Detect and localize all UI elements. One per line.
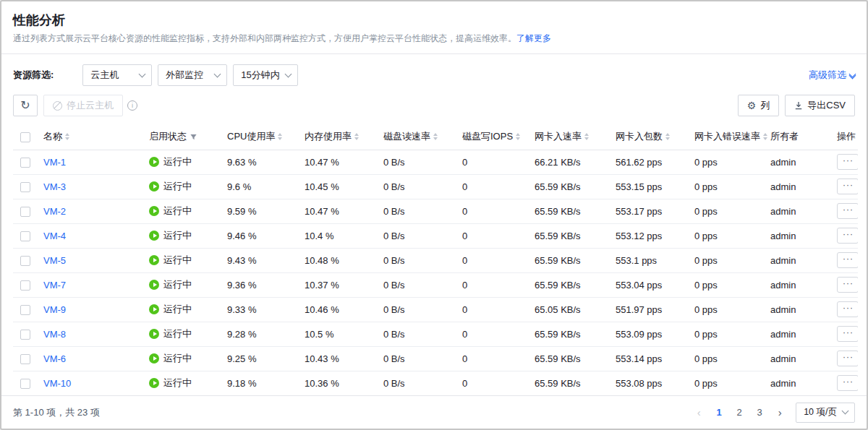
column-header-net-in-packets[interactable]: 网卡入包数 bbox=[616, 124, 694, 150]
memory-usage-cell: 10.5 % bbox=[305, 322, 383, 346]
sort-icon[interactable] bbox=[516, 133, 520, 140]
table-row: VM-4运行中9.46 %10.4 %0 B/s065.59 KB/s553.1… bbox=[13, 223, 858, 248]
prev-page-button[interactable]: ‹ bbox=[690, 404, 707, 421]
checkbox-cell bbox=[13, 150, 43, 174]
row-actions-button[interactable]: ··· bbox=[837, 351, 858, 366]
vm-name-cell: VM-10 bbox=[43, 371, 149, 395]
row-checkbox[interactable] bbox=[20, 256, 30, 266]
export-csv-button[interactable]: 导出CSV bbox=[785, 95, 855, 116]
row-actions-button[interactable]: ··· bbox=[837, 154, 858, 170]
memory-usage-cell: 10.47 % bbox=[305, 150, 383, 174]
row-actions-button[interactable]: ··· bbox=[837, 301, 858, 317]
resource-type-value: 云主机 bbox=[90, 69, 119, 82]
net-in-error-rate-cell: 0 pps bbox=[694, 199, 770, 223]
net-in-packets-cell: 553.08 pps bbox=[616, 371, 694, 395]
status-label: 运行中 bbox=[163, 180, 192, 193]
row-actions-button[interactable]: ··· bbox=[837, 277, 858, 293]
next-page-button[interactable]: › bbox=[771, 404, 788, 421]
vm-name-link[interactable]: VM-3 bbox=[43, 181, 66, 192]
row-checkbox[interactable] bbox=[20, 280, 30, 291]
page-number-3[interactable]: 3 bbox=[751, 404, 768, 421]
row-checkbox[interactable] bbox=[20, 182, 30, 192]
row-actions-button[interactable]: ··· bbox=[837, 228, 858, 244]
column-header-status[interactable]: 启用状态 bbox=[149, 124, 227, 150]
page-number-2[interactable]: 2 bbox=[731, 404, 748, 421]
time-range-select[interactable]: 15分钟内 bbox=[233, 64, 298, 86]
vm-name-link[interactable]: VM-6 bbox=[43, 353, 66, 364]
toolbar: ↻ 停止云主机 i ⚙ 列 导出CSV bbox=[1, 95, 867, 116]
page-footer: 第 1-10 项，共 23 项 ‹ 123 › 10 项/页 bbox=[1, 395, 867, 429]
column-label: CPU使用率 bbox=[227, 130, 275, 143]
row-checkbox[interactable] bbox=[20, 207, 30, 217]
vm-name-link[interactable]: VM-1 bbox=[43, 157, 66, 168]
row-checkbox[interactable] bbox=[20, 231, 30, 241]
memory-usage-cell: 10.37 % bbox=[305, 272, 383, 297]
vm-name-link[interactable]: VM-9 bbox=[43, 304, 66, 315]
net-in-packets-cell: 553.14 pps bbox=[616, 346, 694, 371]
sort-icon[interactable] bbox=[354, 133, 359, 140]
sort-icon[interactable] bbox=[433, 133, 438, 140]
double-chevron-down-icon bbox=[850, 72, 855, 78]
columns-button[interactable]: ⚙ 列 bbox=[738, 95, 780, 116]
advanced-filter-link[interactable]: 高级筛选 bbox=[809, 69, 855, 82]
page-size-select[interactable]: 10 项/页 bbox=[796, 403, 855, 423]
net-in-rate-cell: 65.59 KB/s bbox=[535, 371, 616, 395]
row-checkbox[interactable] bbox=[20, 354, 30, 364]
refresh-button[interactable]: ↻ bbox=[13, 95, 38, 116]
owner-cell: admin bbox=[770, 223, 837, 248]
monitor-type-select[interactable]: 外部监控 bbox=[158, 64, 227, 86]
vm-name-link[interactable]: VM-7 bbox=[43, 280, 66, 291]
status-label: 运行中 bbox=[163, 205, 192, 218]
column-header-net-in-rate[interactable]: 网卡入速率 bbox=[535, 124, 616, 150]
sort-icon[interactable] bbox=[665, 133, 670, 140]
column-header-disk-read[interactable]: 磁盘读速率 bbox=[383, 124, 462, 150]
row-actions-button[interactable]: ··· bbox=[837, 203, 858, 219]
vm-name-link[interactable]: VM-2 bbox=[43, 206, 66, 217]
row-actions-button[interactable]: ··· bbox=[837, 179, 858, 194]
cpu-usage-cell: 9.28 % bbox=[227, 322, 305, 346]
row-checkbox[interactable] bbox=[20, 330, 30, 340]
status-cell: 运行中 bbox=[149, 248, 227, 272]
row-checkbox[interactable] bbox=[20, 158, 30, 168]
status-label: 运行中 bbox=[163, 303, 192, 316]
select-all-checkbox[interactable] bbox=[20, 132, 30, 142]
column-header-actions: 操作 bbox=[837, 124, 858, 150]
learn-more-link[interactable]: 了解更多 bbox=[516, 33, 551, 43]
info-icon[interactable]: i bbox=[127, 100, 137, 111]
vm-name-link[interactable]: VM-10 bbox=[43, 378, 71, 389]
page-size-value: 10 项/页 bbox=[804, 406, 837, 418]
net-in-error-rate-cell: 0 pps bbox=[694, 346, 770, 371]
memory-usage-cell: 10.48 % bbox=[305, 248, 383, 272]
row-actions-button[interactable]: ··· bbox=[837, 375, 858, 391]
disk-read-rate-cell: 0 B/s bbox=[383, 322, 462, 346]
sort-icon[interactable] bbox=[763, 133, 767, 140]
disk-read-rate-cell: 0 B/s bbox=[383, 297, 462, 322]
sort-icon[interactable] bbox=[584, 133, 589, 140]
net-in-error-rate-cell: 0 pps bbox=[694, 322, 770, 346]
owner-cell: admin bbox=[770, 322, 837, 346]
vm-name-link[interactable]: VM-5 bbox=[43, 255, 66, 266]
row-actions-button[interactable]: ··· bbox=[837, 326, 858, 342]
sort-icon[interactable] bbox=[65, 133, 69, 140]
stop-vm-button[interactable]: 停止云主机 bbox=[43, 95, 123, 116]
sort-icon[interactable] bbox=[278, 133, 282, 140]
vm-name-link[interactable]: VM-8 bbox=[43, 329, 66, 340]
column-header-name[interactable]: 名称 bbox=[43, 124, 149, 150]
row-checkbox[interactable] bbox=[20, 379, 30, 389]
row-checkbox[interactable] bbox=[20, 305, 30, 315]
column-label: 网卡入包数 bbox=[616, 130, 663, 143]
page-number-1[interactable]: 1 bbox=[710, 404, 728, 421]
net-in-packets-cell: 553.17 pps bbox=[616, 199, 694, 223]
filter-icon[interactable] bbox=[190, 133, 197, 141]
net-in-error-rate-cell: 0 pps bbox=[694, 297, 770, 322]
column-header-cpu[interactable]: CPU使用率 bbox=[227, 124, 305, 150]
disk-read-rate-cell: 0 B/s bbox=[383, 174, 462, 199]
column-header-memory[interactable]: 内存使用率 bbox=[305, 124, 383, 150]
refresh-icon: ↻ bbox=[20, 100, 30, 111]
row-actions-button[interactable]: ··· bbox=[837, 252, 858, 268]
resource-type-select[interactable]: 云主机 bbox=[82, 64, 152, 86]
column-header-net-in-errors[interactable]: 网卡入错误速率 bbox=[694, 124, 770, 150]
vm-name-link[interactable]: VM-4 bbox=[43, 231, 66, 241]
table-row: VM-5运行中9.43 %10.48 %0 B/s065.59 KB/s553.… bbox=[13, 248, 858, 272]
column-header-disk-write-iops[interactable]: 磁盘写IOPS bbox=[462, 124, 535, 150]
